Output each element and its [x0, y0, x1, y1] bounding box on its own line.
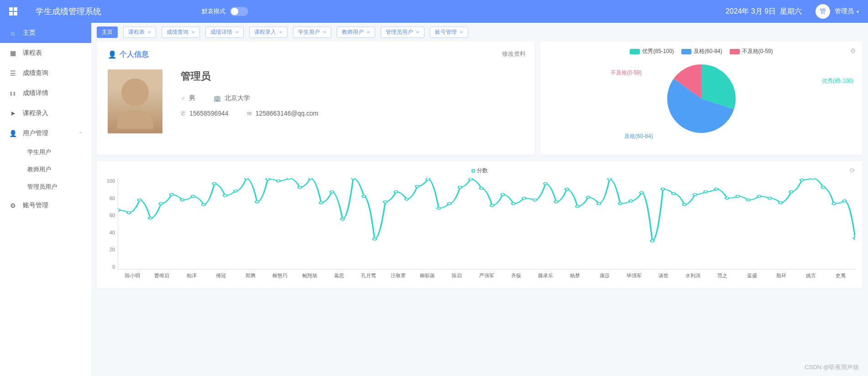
svg-point-27 — [405, 198, 408, 200]
svg-point-10 — [223, 194, 227, 196]
x-tick: 郑腾 — [236, 272, 266, 279]
sidebar-item-用户管理[interactable]: 👤用户管理⌃ — [0, 123, 91, 143]
tab-成绩查询[interactable]: 成绩查询✕ — [162, 26, 200, 38]
tab-成绩详情[interactable]: 成绩详情✕ — [205, 26, 244, 38]
app-title: 学生成绩管理系统 — [36, 6, 101, 17]
main-content: 主页课程表✕成绩查询✕成绩详情✕课程录入✕学生用户✕教师用户✕管理员用户✕账号管… — [91, 23, 868, 376]
bars-icon: ⫾⫾ — [9, 90, 16, 97]
svg-point-57 — [725, 197, 729, 199]
tab-主页[interactable]: 主页 — [97, 26, 118, 38]
close-icon[interactable]: ✕ — [191, 30, 195, 35]
sidebar-item-成绩详情[interactable]: ⫾⫾成绩详情 — [0, 83, 91, 103]
svg-point-58 — [736, 195, 739, 197]
tab-课程表[interactable]: 课程表✕ — [123, 26, 156, 38]
tab-教师用户[interactable]: 教师用户✕ — [337, 26, 375, 38]
svg-point-25 — [383, 201, 387, 203]
sidebar-item-成绩查询[interactable]: ☰成绩查询 — [0, 63, 91, 83]
sidebar-item-课程录入[interactable]: ➤课程录入 — [0, 103, 91, 123]
svg-point-23 — [362, 195, 366, 197]
sidebar-item-主页[interactable]: ⌂主页 — [0, 23, 91, 43]
watermark: CSDN @听夜雨声烦 — [805, 363, 859, 371]
close-icon[interactable]: ✕ — [323, 30, 326, 35]
svg-point-28 — [415, 185, 419, 187]
legend-item[interactable]: 不及格(0-59) — [730, 48, 773, 55]
user-avatar[interactable]: 管 — [816, 4, 830, 19]
svg-point-60 — [757, 195, 761, 197]
line-plot — [118, 178, 855, 270]
user-icon: 👤 — [9, 130, 16, 137]
svg-point-19 — [319, 201, 323, 204]
pie-legend: 优秀(85-100)及格(60-84)不及格(0-59) — [547, 48, 856, 55]
svg-point-61 — [768, 197, 772, 199]
legend-item[interactable]: 及格(60-84) — [681, 48, 722, 55]
sidebar-subitem-教师用户[interactable]: 教师用户 — [0, 161, 91, 178]
svg-point-49 — [640, 191, 643, 194]
pie-label-excellent: 优秀(85-100) — [822, 77, 853, 85]
dark-mode-switch[interactable] — [230, 7, 248, 16]
x-tick: 杨梦 — [560, 272, 590, 279]
svg-point-42 — [565, 188, 569, 190]
close-icon[interactable]: ✕ — [460, 30, 463, 35]
edit-profile-link[interactable]: 修改资料 — [502, 50, 526, 58]
svg-point-50 — [650, 240, 654, 242]
x-tick: 曹维启 — [147, 272, 177, 279]
gear-icon[interactable]: ⚙ — [850, 47, 856, 54]
close-icon[interactable]: ✕ — [147, 30, 151, 35]
svg-point-14 — [266, 178, 270, 180]
pie-label-fail: 不及格(0-59) — [611, 69, 642, 77]
svg-point-48 — [629, 200, 633, 202]
svg-point-0 — [118, 209, 120, 211]
tab-管理员用户[interactable]: 管理员用户✕ — [381, 26, 424, 38]
apps-icon[interactable] — [9, 7, 17, 16]
x-tick: 滕承乐 — [531, 272, 560, 279]
grid-icon: ▦ — [9, 49, 16, 57]
profile-gender: 男 — [189, 94, 195, 102]
svg-point-55 — [704, 191, 707, 193]
svg-point-12 — [245, 178, 248, 179]
x-tick: 蓝盛 — [737, 272, 767, 279]
pie-chart-card: ⚙ 优秀(85-100)及格(60-84)不及格(0-59) 优秀(85-100… — [540, 42, 863, 155]
tab-课程录入[interactable]: 课程录入✕ — [249, 26, 288, 38]
sidebar-subitem-学生用户[interactable]: 学生用户 — [0, 143, 91, 161]
svg-point-44 — [586, 196, 590, 198]
x-tick: 康莎 — [590, 272, 619, 279]
svg-point-47 — [618, 202, 622, 205]
svg-point-20 — [330, 191, 334, 193]
tab-学生用户[interactable]: 学生用户✕ — [293, 26, 331, 38]
x-tick: 汪敬霁 — [383, 272, 413, 279]
sidebar-item-课程表[interactable]: ▦课程表 — [0, 43, 91, 63]
mail-icon: ✉ — [247, 110, 252, 117]
svg-point-38 — [522, 197, 526, 199]
svg-point-68 — [843, 200, 847, 202]
x-tick: 柳慧巧 — [265, 272, 295, 279]
sidebar-subitem-管理员用户[interactable]: 管理员用户 — [0, 178, 91, 196]
user-menu[interactable]: 管理员▾ — [835, 7, 859, 16]
close-icon[interactable]: ✕ — [416, 30, 419, 35]
svg-point-41 — [554, 201, 558, 203]
tab-账号管理[interactable]: 账号管理✕ — [430, 26, 468, 38]
reload-icon[interactable]: ⟳ — [850, 167, 855, 174]
svg-point-67 — [832, 202, 836, 205]
svg-point-36 — [501, 193, 505, 196]
svg-point-37 — [512, 202, 515, 205]
x-tick: 谈世 — [649, 272, 679, 279]
close-icon[interactable]: ✕ — [235, 30, 239, 35]
profile-name: 管理员 — [181, 69, 319, 83]
svg-point-11 — [234, 190, 237, 192]
svg-point-56 — [715, 188, 718, 190]
x-tick: 柏泽 — [177, 272, 206, 279]
close-icon[interactable]: ✕ — [279, 30, 282, 35]
svg-point-54 — [693, 193, 697, 196]
svg-point-45 — [597, 202, 601, 205]
sidebar-item-账号管理[interactable]: ⚙账号管理 — [0, 196, 91, 216]
x-tick: 陈启 — [442, 272, 472, 279]
svg-point-34 — [480, 187, 483, 189]
close-icon[interactable]: ✕ — [366, 30, 370, 35]
tab-bar: 主页课程表✕成绩查询✕成绩详情✕课程录入✕学生用户✕教师用户✕管理员用户✕账号管… — [97, 26, 863, 38]
legend-item[interactable]: 优秀(85-100) — [630, 48, 674, 55]
x-tick: 葛思 — [324, 272, 354, 279]
svg-point-63 — [790, 191, 793, 193]
svg-point-53 — [682, 203, 686, 206]
svg-point-3 — [148, 217, 152, 219]
svg-point-52 — [672, 192, 675, 195]
